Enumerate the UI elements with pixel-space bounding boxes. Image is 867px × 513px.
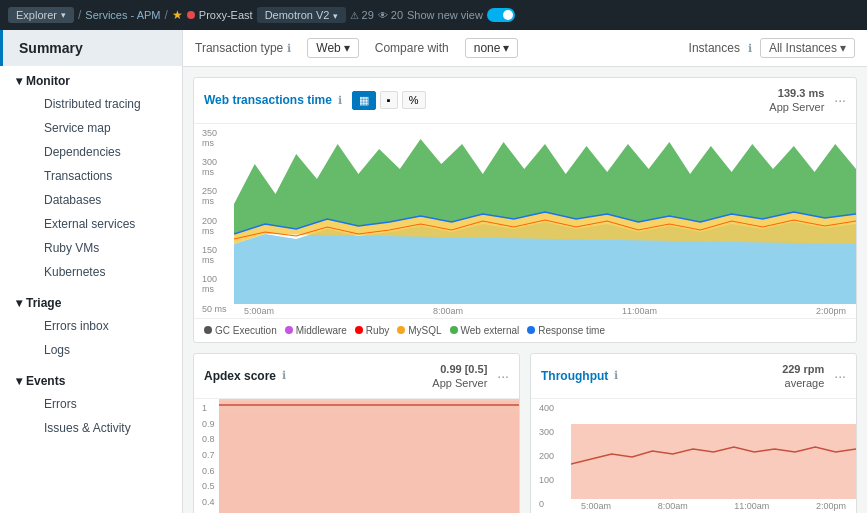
sidebar-item-ruby-vms[interactable]: Ruby VMs [16, 236, 166, 260]
sidebar-item-summary[interactable]: Summary [0, 30, 182, 66]
sidebar-item-dependencies[interactable]: Dependencies [16, 140, 166, 164]
pct-chart-btn[interactable]: % [402, 91, 426, 109]
sidebar-item-transactions[interactable]: Transactions [16, 164, 166, 188]
eye-icon: 👁 [378, 10, 388, 21]
nav-separator-1: / [78, 8, 81, 22]
charts-grid: Web transactions time ℹ ▦ ▪ % 139.3 ms A… [183, 67, 867, 513]
throughput-info-icon[interactable]: ℹ [614, 369, 618, 382]
web-transactions-plot: 5:00am 8:00am 11:00am 2:00pm [234, 124, 856, 318]
sidebar-item-kubernetes[interactable]: Kubernetes [16, 260, 166, 284]
show-new-view-btn[interactable]: Show new view [407, 8, 515, 22]
proxy-label: Proxy-East [199, 9, 253, 21]
web-transactions-more-icon[interactable]: ··· [834, 92, 846, 108]
web-transactions-chart: Web transactions time ℹ ▦ ▪ % 139.3 ms A… [193, 77, 857, 343]
sidebar-item-errors-inbox[interactable]: Errors inbox [16, 314, 166, 338]
chevron-down-icon: ▾ [61, 10, 66, 20]
bar-chart-btn[interactable]: ▪ [380, 91, 398, 109]
triage-section: ▾ Triage Errors inbox Logs [0, 288, 182, 366]
web-transactions-title: Web transactions time [204, 93, 332, 107]
apdex-title: Apdex score [204, 369, 276, 383]
area-chart-btn[interactable]: ▦ [352, 91, 376, 110]
instances-section: Instances ℹ All Instances ▾ [689, 38, 855, 58]
sidebar-item-errors[interactable]: Errors [16, 392, 166, 416]
sidebar: Summary ▾ Monitor Distributed tracing Se… [0, 30, 183, 513]
favorite-icon[interactable]: ★ [172, 8, 183, 22]
throughput-chart: Throughput ℹ 229 rpm average ··· 400 300… [530, 353, 857, 513]
chevron-down-icon: ▾ [16, 296, 22, 310]
throughput-more-icon[interactable]: ··· [834, 368, 846, 384]
sidebar-item-service-map[interactable]: Service map [16, 116, 166, 140]
web-dropdown[interactable]: Web ▾ [307, 38, 358, 58]
web-transactions-svg [234, 124, 856, 304]
compare-with-label: Compare with [375, 41, 449, 55]
svg-rect-3 [219, 401, 519, 513]
apdex-chart-body: 1 0.9 0.8 0.7 0.6 0.5 0.4 0.3 0.2 0.1 0 [194, 399, 519, 513]
apdex-chart: Apdex score ℹ 0.99 [0.5] App Server ··· … [193, 353, 520, 513]
main-content: Transaction type ℹ Web ▾ Compare with no… [183, 30, 867, 513]
apdex-plot: am 5:00am 8:00am 11:00am 2:00pm 5: [219, 399, 519, 513]
chevron-down-icon: ▾ [333, 11, 338, 21]
chevron-down-icon: ▾ [344, 41, 350, 55]
legend-gc-execution: GC Execution [204, 325, 277, 336]
throughput-title: Throughput [541, 369, 608, 383]
throughput-y-axis: 400 300 200 100 0 [531, 399, 571, 513]
legend-response-time: Response time [527, 325, 605, 336]
legend-web-external: Web external [450, 325, 520, 336]
info-icon: ℹ [748, 42, 752, 55]
web-transactions-info-icon[interactable]: ℹ [338, 94, 342, 107]
sidebar-item-issues-activity[interactable]: Issues & Activity [16, 416, 166, 440]
compare-dropdown[interactable]: none ▾ [465, 38, 519, 58]
chevron-down-icon: ▾ [16, 74, 22, 88]
monitor-section: ▾ Monitor Distributed tracing Service ma… [0, 66, 182, 288]
web-transactions-legend: GC Execution Middleware Ruby MySQL [194, 318, 856, 342]
views-count: 👁 20 [378, 9, 403, 21]
legend-ruby: Ruby [355, 325, 389, 336]
apdex-y-axis: 1 0.9 0.8 0.7 0.6 0.5 0.4 0.3 0.2 0.1 0 [194, 399, 219, 513]
chevron-down-icon: ▾ [840, 41, 846, 55]
monitor-section-header[interactable]: ▾ Monitor [16, 74, 166, 88]
issues-count: ⚠ 29 [350, 9, 374, 21]
throughput-x-axis: 5:00am 8:00am 11:00am 2:00pm [571, 499, 856, 513]
legend-mysql: MySQL [397, 325, 441, 336]
explorer-nav[interactable]: Explorer ▾ [8, 7, 74, 23]
env-selector[interactable]: Demotron V2 ▾ [257, 7, 346, 23]
sidebar-item-databases[interactable]: Databases [16, 188, 166, 212]
apdex-meta: 0.99 [0.5] App Server [432, 362, 487, 391]
sidebar-item-distributed-tracing[interactable]: Distributed tracing [16, 92, 166, 116]
throughput-meta: 229 rpm average [782, 362, 824, 391]
throughput-svg [571, 399, 856, 499]
chevron-down-icon: ▾ [503, 41, 509, 55]
throughput-header: Throughput ℹ 229 rpm average ··· [531, 354, 856, 400]
main-layout: Summary ▾ Monitor Distributed tracing Se… [0, 30, 867, 513]
web-transactions-x-axis: 5:00am 8:00am 11:00am 2:00pm [234, 304, 856, 318]
services-apm-link[interactable]: Services - APM [85, 9, 160, 21]
events-section-header[interactable]: ▾ Events [16, 374, 166, 388]
nav-separator-2: / [165, 8, 168, 22]
info-icon: ℹ [287, 42, 291, 55]
sidebar-item-external-services[interactable]: External services [16, 212, 166, 236]
transaction-bar: Transaction type ℹ Web ▾ Compare with no… [183, 30, 867, 67]
chevron-down-icon: ▾ [16, 374, 22, 388]
web-transactions-header: Web transactions time ℹ ▦ ▪ % 139.3 ms A… [194, 78, 856, 124]
web-transactions-meta: 139.3 ms App Server [769, 86, 824, 115]
web-transactions-chart-body: 350 ms 300 ms 250 ms 200 ms 150 ms 100 m… [194, 124, 856, 318]
web-transactions-y-axis: 350 ms 300 ms 250 ms 200 ms 150 ms 100 m… [194, 124, 234, 318]
issues-icon: ⚠ [350, 10, 359, 21]
apdex-header: Apdex score ℹ 0.99 [0.5] App Server ··· [194, 354, 519, 400]
triage-section-header[interactable]: ▾ Triage [16, 296, 166, 310]
txn-type-label: Transaction type ℹ [195, 41, 291, 55]
throughput-plot: 5:00am 8:00am 11:00am 2:00pm [571, 399, 856, 513]
legend-middleware: Middleware [285, 325, 347, 336]
apdex-more-icon[interactable]: ··· [497, 368, 509, 384]
events-section: ▾ Events Errors Issues & Activity [0, 366, 182, 444]
sidebar-item-logs[interactable]: Logs [16, 338, 166, 362]
top-nav: Explorer ▾ / Services - APM / ★ Proxy-Ea… [0, 0, 867, 30]
apdex-svg [219, 399, 519, 513]
explorer-label: Explorer [16, 9, 57, 21]
apdex-info-icon[interactable]: ℹ [282, 369, 286, 382]
svg-rect-6 [571, 424, 856, 499]
new-view-toggle[interactable] [487, 8, 515, 22]
status-dot [187, 11, 195, 19]
throughput-chart-body: 400 300 200 100 0 5:00am 8:00am [531, 399, 856, 513]
instances-dropdown[interactable]: All Instances ▾ [760, 38, 855, 58]
